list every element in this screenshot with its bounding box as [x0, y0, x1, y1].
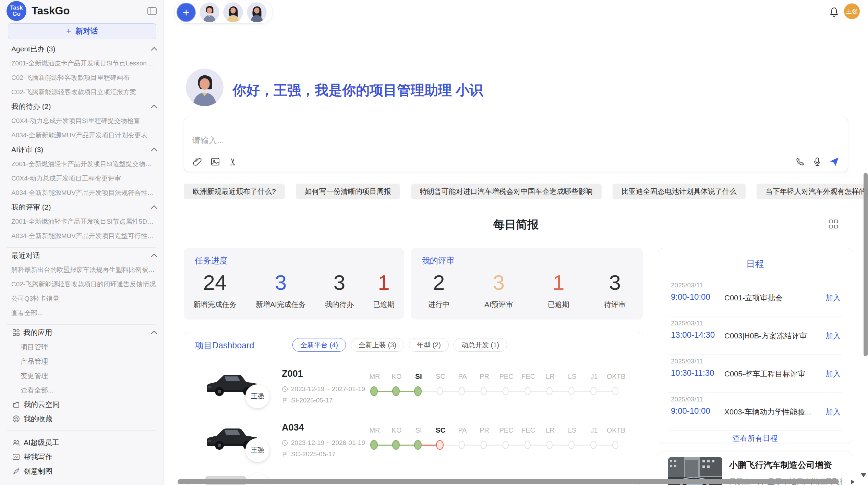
schedule-event-title: C005-整车工程目标评审 — [724, 369, 805, 379]
join-meeting-link[interactable]: 加入 — [825, 293, 841, 303]
vertical-scrollbar-thumb[interactable] — [864, 173, 868, 356]
sidebar-item-favorites[interactable]: 我的收藏 — [11, 412, 156, 426]
new-chat-button[interactable]: + 新对话 — [8, 23, 156, 39]
agent-avatar-2[interactable] — [223, 2, 243, 22]
schedule-event-title: X003-车辆动力学性能验... — [724, 407, 811, 417]
project-flag-milestone: SI-2025-05-17 — [282, 396, 333, 405]
task-item[interactable]: A034-全新新能源MUV产品开发项目计划变更表编写 — [11, 128, 156, 142]
section-header[interactable]: AI评审 (3) — [11, 142, 156, 157]
drawing-icon — [12, 468, 20, 475]
attach-image-icon[interactable] — [210, 157, 220, 167]
screenshot-scissors-icon[interactable]: ✂ — [228, 157, 238, 167]
schedule-date: 2025/03/11 — [671, 396, 703, 403]
stat-item: 3新增AI完成任务 — [256, 270, 306, 309]
stat-item: 24新增完成任务 — [193, 270, 237, 309]
app-item[interactable]: 项目管理 — [11, 340, 156, 354]
agent-avatar-3[interactable] — [247, 2, 267, 22]
view-all-conversations-link[interactable]: 查看全部... — [11, 306, 156, 320]
milestone-label: PR — [473, 425, 495, 435]
milestone-label: LR — [539, 425, 561, 435]
section-header[interactable]: Agent已办 (3) — [11, 42, 156, 56]
dashboard-filter-chip[interactable]: 全新上装 (3) — [351, 338, 404, 352]
schedule-entry: 2025/03/1110:30-11:30C005-整车工程目标评审加入 — [668, 355, 842, 393]
conversation-item[interactable]: 公司Q3轻卡销量 — [11, 291, 156, 306]
card-title: 任务进度 — [195, 255, 228, 266]
nav-label: 创意制图 — [24, 467, 52, 476]
schedule-entry: 2025/03/119:00-10:00X003-车辆动力学性能验...加入 — [668, 393, 842, 431]
milestone-label: LR — [539, 371, 561, 382]
app-item[interactable]: 产品管理 — [11, 354, 156, 369]
app-item[interactable]: 变更管理 — [11, 369, 156, 383]
conversation-item[interactable]: C02-飞腾新能源轻客改款项目的闭环通告反馈情况 — [11, 277, 156, 291]
milestone-dot-oktb — [612, 441, 618, 449]
layout-grid-icon[interactable] — [829, 220, 839, 229]
task-item[interactable]: C02-飞腾新能源轻客改款项目里程碑画布 — [11, 71, 156, 85]
schedule-time: 10:30-11:30 — [671, 368, 714, 378]
card-title: 我的评审 — [422, 255, 455, 266]
horizontal-scrollbar-thumb[interactable] — [178, 479, 839, 484]
sidebar-collapse-icon[interactable] — [147, 7, 157, 15]
milestone-label: FEC — [517, 371, 539, 382]
sidebar-item-writing[interactable]: 帮我写作 — [11, 450, 156, 464]
task-item[interactable]: C0X4-动力总成开发项目SI里程碑提交物检查 — [11, 114, 156, 128]
task-item[interactable]: C0X4-动力总成开发项目工程变更评审 — [11, 171, 156, 186]
voice-call-icon[interactable] — [795, 157, 805, 167]
section-header[interactable]: 我的待办 (2) — [11, 99, 156, 114]
suggestion-chip[interactable]: 当下年轻人对汽车外观有怎样的喜好趋势 — [757, 184, 868, 199]
composer-actions — [795, 157, 840, 167]
suggestion-chip[interactable]: 如何写一份清晰的项目周报 — [296, 184, 400, 199]
send-icon[interactable] — [829, 157, 840, 167]
task-item[interactable]: C02-飞腾新能源轻客改款项目立项汇报方案 — [11, 85, 156, 99]
view-all-schedule-link[interactable]: 查看所有日程 — [658, 433, 852, 444]
suggestion-chip[interactable]: 特朗普可能对进口汽车增税会对中国车企造成哪些影响 — [411, 184, 602, 199]
sidebar: Task Go TaskGo + 新对话 Agent已办 (3)Z001-全新燃… — [0, 0, 164, 485]
conversation-item[interactable]: 解释最新出台的欧盟报废车法规再生塑料比例被调至15%... — [11, 263, 156, 277]
chat-input[interactable] — [192, 136, 672, 145]
recent-conversations-header[interactable]: 最近对话 — [11, 248, 156, 263]
project-flag-text: SI-2025-05-17 — [291, 397, 333, 404]
task-item[interactable]: Z001-全新燃油轻卡产品开发项目SI节点属性5D文件评审 — [11, 214, 156, 229]
my-apps-header[interactable]: 我的应用 — [11, 325, 156, 340]
suggestion-chip[interactable]: 比亚迪全固态电池计划具体说了什么 — [613, 184, 746, 199]
milestone-label: LS — [561, 371, 583, 382]
flag-icon — [282, 397, 288, 403]
microphone-icon[interactable] — [812, 157, 822, 167]
suggestion-chip[interactable]: 欧洲新规最近颁布了什么? — [184, 184, 285, 199]
stat-label: AI预评审 — [484, 300, 513, 309]
join-meeting-link[interactable]: 加入 — [825, 369, 841, 379]
milestone-label: OKTB — [605, 425, 627, 435]
agent-avatar-1[interactable] — [200, 2, 219, 22]
milestone-dot-si — [414, 386, 422, 396]
dashboard-filter-chip[interactable]: 动总开发 (1) — [454, 338, 507, 352]
dashboard-filter-chip[interactable]: 全新平台 (4) — [292, 338, 346, 352]
join-meeting-link[interactable]: 加入 — [825, 407, 841, 417]
my-apps-title: 我的应用 — [23, 328, 52, 337]
section-header[interactable]: 我的评审 (2) — [11, 200, 156, 214]
sidebar-item-drawing[interactable]: 创意制图 — [11, 464, 156, 478]
join-meeting-link[interactable]: 加入 — [825, 331, 841, 341]
task-item[interactable]: Z001-全新燃油轻卡产品开发项目SI造型提交物评审 — [11, 157, 156, 171]
view-all-apps-link[interactable]: 查看全部... — [11, 383, 156, 397]
stat-value: 24 — [193, 270, 237, 296]
add-agent-button[interactable]: + — [177, 3, 196, 22]
app-title: TaskGo — [32, 5, 70, 17]
divider — [7, 247, 156, 248]
task-item[interactable]: Z001-全新燃油皮卡产品开发项目SI节点Lesson Learn报告 — [11, 56, 156, 71]
composer-attachments: ✂ — [192, 157, 238, 167]
nav-label: 帮我写作 — [24, 452, 52, 462]
task-item[interactable]: A034-全新新能源MUV产品开发项目造型可行性评审 — [11, 229, 156, 243]
stat-value: 3 — [256, 270, 306, 296]
attach-file-icon[interactable] — [192, 157, 203, 167]
project-dates: 2023-12-19 ~ 2026-01-19 — [282, 439, 365, 447]
notifications-bell-icon[interactable] — [829, 7, 839, 17]
section-title: 我的待办 (2) — [11, 102, 51, 111]
scroll-right-arrow-icon[interactable] — [851, 480, 855, 484]
sidebar-item-cloud-space[interactable]: 我的云空间 — [11, 397, 156, 412]
sidebar-item-ai-staff[interactable]: AI超级员工 — [11, 435, 156, 450]
task-item[interactable]: A034-全新新能源MUV产品开发项目法规符合性评审 — [11, 186, 156, 200]
project-dates: 2023-12-19 ~ 2027-01-19 — [282, 385, 365, 393]
scroll-down-arrow-icon[interactable] — [861, 473, 866, 477]
schedule-date: 2025/03/11 — [671, 320, 703, 327]
user-avatar[interactable]: 王强 — [844, 3, 860, 19]
dashboard-filter-chip[interactable]: 年型 (2) — [409, 338, 449, 352]
